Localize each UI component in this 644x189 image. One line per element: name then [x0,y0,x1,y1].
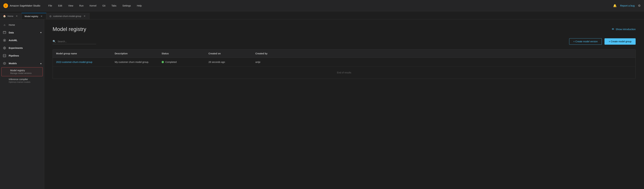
svg-rect-2 [3,31,6,34]
tab-model-registry-close[interactable]: ✕ [40,14,43,18]
tab-bar: 🏠 Home ✕ Model registry ✕ ◎ customer-chu… [0,11,644,19]
tab-model-registry-label: Model registry [24,15,38,17]
home-sidebar-icon: ⌂ [3,23,6,27]
svg-point-5 [4,40,5,41]
menu-file[interactable]: File [46,3,55,8]
inference-compiler-subtitle: Optimize trained models [9,81,41,83]
app-title: S Amazon SageMaker Studio [3,3,40,8]
menu-help[interactable]: Help [134,3,145,8]
tab-customer-churn-label: customer-churn-model-group [53,15,81,17]
eye-icon: 👁 [612,28,614,31]
search-box[interactable]: 🔍 [52,39,96,44]
sidebar-home-label: Home [9,23,15,26]
menu-bar-right: 🔔 Report a bug ⚙ [613,4,641,7]
status-label: Completed [165,61,177,63]
menu-view[interactable]: View [65,3,76,8]
create-model-version-button[interactable]: + Create model version [569,38,602,45]
sidebar-item-model-registry[interactable]: Model registry Manage model versions [1,67,43,76]
toolbar: 🔍 + Create model version + Create model … [52,38,636,45]
cell-created-by: antje [252,58,299,66]
sidebar-data-label: Data [9,31,14,34]
sidebar: ⌂ Home Data ▾ AutoML [0,19,44,189]
tab-home-label: Home [8,15,14,17]
cell-status: Completed [158,58,205,66]
content-area: Model registry 👁 Show introduction 🔍 + C… [44,19,644,189]
model-group-link[interactable]: 2022-customer-churn-model-group [56,61,92,63]
sidebar-item-experiments[interactable]: Experiments [0,44,44,52]
sidebar-automl-label: AutoML [9,39,18,42]
status-completed: Completed [162,61,177,63]
sidebar-experiments-label: Experiments [9,47,23,49]
settings-gear-icon[interactable]: ⚙ [638,4,641,7]
cell-created-on: 28 seconds ago [205,58,252,66]
svg-text:S: S [5,5,6,7]
menu-tabs[interactable]: Tabs [108,3,120,8]
tab-home-close[interactable]: ✕ [15,14,18,18]
menu-bar-left: S Amazon SageMaker Studio File Edit View… [3,3,145,8]
data-icon [3,31,6,34]
sidebar-item-automl[interactable]: AutoML [0,36,44,44]
col-header-created-by: Created by [252,49,299,57]
table-header: Model group name Description Status Crea… [53,49,636,58]
experiments-icon [3,46,6,50]
pipelines-icon [3,54,6,57]
sidebar-item-inference-compiler[interactable]: Inference compiler Optimize trained mode… [0,76,44,85]
search-input[interactable] [58,40,91,43]
menu-bar: S Amazon SageMaker Studio File Edit View… [0,0,644,11]
menu-git[interactable]: Git [100,3,108,8]
sidebar-item-data[interactable]: Data ▾ [0,29,44,36]
show-intro-label: Show introduction [616,28,636,31]
menu-edit[interactable]: Edit [55,3,65,8]
col-header-status: Status [158,49,205,57]
main-layout: ⌂ Home Data ▾ AutoML [0,19,644,189]
app-title-text: Amazon SageMaker Studio [10,4,40,7]
data-chevron-icon: ▾ [40,31,41,34]
sidebar-models-label: Models [9,62,17,65]
model-registry-subtitle: Manage model versions [10,72,40,74]
status-completed-icon [162,61,164,63]
tab-customer-churn[interactable]: ◎ customer-churn-model-group ✕ [46,13,90,19]
automl-icon [3,38,6,42]
tab-customer-churn-close[interactable]: ✕ [83,14,86,18]
svg-point-13 [4,63,5,64]
sidebar-pipelines-label: Pipelines [9,54,19,57]
home-icon: 🏠 [3,15,6,17]
menu-items: File Edit View Run Kernel Git Tabs Setti… [46,3,145,8]
models-icon [3,62,6,65]
app-icon: S [3,3,8,8]
sidebar-item-pipelines[interactable]: Pipelines [0,52,44,59]
cell-model-name: 2022-customer-churn-model-group [53,58,111,66]
svg-rect-9 [3,54,6,57]
menu-settings[interactable]: Settings [120,3,134,8]
toolbar-actions: + Create model version + Create model gr… [569,38,636,45]
show-intro-button[interactable]: 👁 Show introduction [612,28,636,31]
col-header-description: Description [111,49,158,57]
tab-customer-churn-icon: ◎ [50,15,52,17]
col-header-name: Model group name [53,49,111,57]
col-header-created-on: Created on [205,49,252,57]
report-bug-link[interactable]: Report a bug [620,4,634,7]
notifications-bell-icon[interactable]: 🔔 [613,4,617,7]
sidebar-item-home[interactable]: ⌂ Home [0,21,44,29]
menu-kernel[interactable]: Kernel [86,3,99,8]
page-title: Model registry [52,26,86,32]
model-registry-title: Model registry [10,69,40,72]
end-of-results: End of results [53,67,636,79]
tab-home[interactable]: 🏠 Home ✕ [0,13,22,19]
search-icon: 🔍 [52,40,56,43]
inference-compiler-title: Inference compiler [9,78,41,81]
models-chevron-icon: ▴ [40,62,41,65]
page-header: Model registry 👁 Show introduction [52,26,636,32]
sidebar-item-models[interactable]: Models ▴ [0,59,44,67]
create-model-group-button[interactable]: + Create model group [604,38,636,45]
menu-run[interactable]: Run [76,3,86,8]
cell-description: My customer churn model group. [111,58,158,66]
table-row: 2022-customer-churn-model-group My custo… [53,58,636,67]
tab-model-registry[interactable]: Model registry ✕ [22,13,46,19]
model-registry-table: Model group name Description Status Crea… [52,49,636,79]
